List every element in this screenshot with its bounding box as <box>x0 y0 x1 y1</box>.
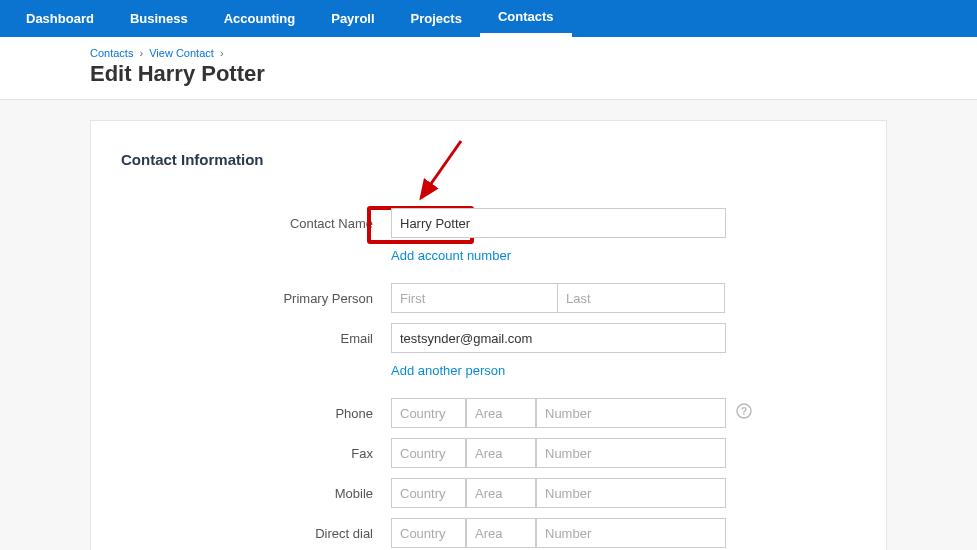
nav-business[interactable]: Business <box>112 0 206 37</box>
label-primary-person: Primary Person <box>121 291 391 306</box>
add-another-person-link[interactable]: Add another person <box>391 363 856 378</box>
page-header: Contacts › View Contact › Edit Harry Pot… <box>0 37 977 100</box>
contact-name-input[interactable] <box>391 208 726 238</box>
label-direct-dial: Direct dial <box>121 526 391 541</box>
fax-number-input[interactable] <box>536 438 726 468</box>
direct-dial-country-input[interactable] <box>391 518 466 548</box>
annotation-arrow-icon <box>406 136 486 216</box>
direct-dial-number-input[interactable] <box>536 518 726 548</box>
breadcrumb-sep: › <box>139 47 143 59</box>
primary-last-input[interactable] <box>558 283 725 313</box>
phone-number-input[interactable] <box>536 398 726 428</box>
primary-first-input[interactable] <box>391 283 558 313</box>
breadcrumb: Contacts › View Contact › <box>90 47 977 59</box>
content-card: Contact Information Contact Name Add acc… <box>90 120 887 550</box>
breadcrumb-view-contact[interactable]: View Contact <box>149 47 214 59</box>
label-contact-name: Contact Name <box>121 216 391 231</box>
label-email: Email <box>121 331 391 346</box>
fax-area-input[interactable] <box>466 438 536 468</box>
label-fax: Fax <box>121 446 391 461</box>
nav-projects[interactable]: Projects <box>393 0 480 37</box>
help-icon[interactable]: ? <box>736 403 752 423</box>
section-title: Contact Information <box>121 151 856 168</box>
nav-accounting[interactable]: Accounting <box>206 0 314 37</box>
page-title: Edit Harry Potter <box>90 61 977 99</box>
phone-area-input[interactable] <box>466 398 536 428</box>
direct-dial-area-input[interactable] <box>466 518 536 548</box>
fax-country-input[interactable] <box>391 438 466 468</box>
mobile-country-input[interactable] <box>391 478 466 508</box>
nav-contacts[interactable]: Contacts <box>480 0 572 37</box>
nav-dashboard[interactable]: Dashboard <box>8 0 112 37</box>
mobile-number-input[interactable] <box>536 478 726 508</box>
breadcrumb-contacts[interactable]: Contacts <box>90 47 133 59</box>
top-navigation: Dashboard Business Accounting Payroll Pr… <box>0 0 977 37</box>
breadcrumb-sep: › <box>220 47 224 59</box>
mobile-area-input[interactable] <box>466 478 536 508</box>
label-mobile: Mobile <box>121 486 391 501</box>
email-input[interactable] <box>391 323 726 353</box>
phone-country-input[interactable] <box>391 398 466 428</box>
nav-payroll[interactable]: Payroll <box>313 0 392 37</box>
svg-text:?: ? <box>741 406 747 417</box>
add-account-number-link[interactable]: Add account number <box>391 248 856 263</box>
svg-line-1 <box>421 141 461 198</box>
label-phone: Phone <box>121 406 391 421</box>
